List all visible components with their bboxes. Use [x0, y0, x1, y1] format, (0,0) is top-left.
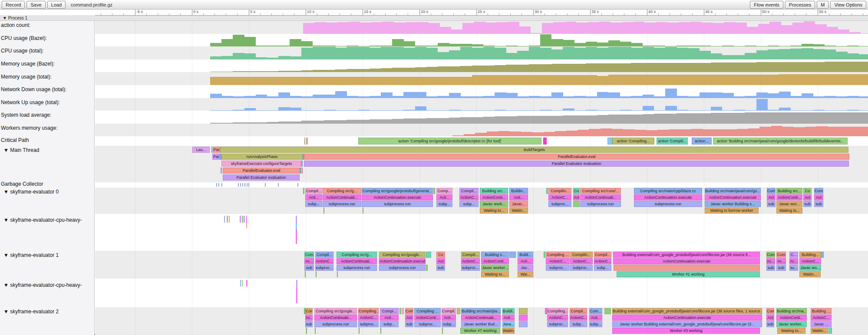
trace-slice[interactable]	[304, 138, 305, 145]
trace-slice[interactable]	[242, 183, 243, 187]
trace-slice[interactable]: Compil...	[459, 188, 479, 194]
trace-slice[interactable]	[433, 188, 435, 194]
trace-slice[interactable]: ActionContinuation.execute	[379, 258, 426, 264]
trace-slice[interactable]	[607, 138, 612, 145]
timeline-ruler[interactable]: -5 s0 s5 s10 s15 s20 s25 s30 s35 s40 s45…	[95, 10, 868, 16]
trace-slice[interactable]: subprocess.run	[634, 201, 702, 207]
trace-slice[interactable]: Building src/main/jav...	[461, 308, 501, 314]
trace-slice[interactable]: ActionConti...	[414, 315, 441, 321]
trace-slice[interactable]: ActionC...	[570, 315, 587, 321]
save-button[interactable]: Save	[26, 1, 45, 9]
trace-slice[interactable]	[216, 183, 217, 187]
track-label[interactable]: ▼ skyframe-evaluator-cpu-heavy-	[3, 282, 82, 288]
trace-slice[interactable]: Acti...	[509, 194, 528, 200]
trace-slice[interactable]: ParallelEvaluator.eval	[304, 154, 849, 160]
trace-slice[interactable]: Building src/ma...	[776, 308, 807, 314]
trace-slice[interactable]: Act	[814, 194, 823, 200]
trace-slice[interactable]: Acti...	[436, 194, 452, 200]
event-mark[interactable]	[296, 216, 297, 223]
trace-slice[interactable]: Act	[803, 194, 812, 200]
trace-slice[interactable]: Par	[213, 147, 220, 153]
trace-slice[interactable]: Compiling ...	[414, 308, 441, 314]
trace-slice[interactable]: Compiling src/core/...	[580, 188, 621, 194]
trace-slice[interactable]: Act	[573, 194, 580, 200]
trace-slice[interactable]: Javac ...	[811, 321, 832, 327]
trace-slice[interactable]: Com	[814, 188, 823, 194]
trace-slice[interactable]: ActionC...	[459, 194, 479, 200]
trace-slice[interactable]: Com	[766, 252, 775, 258]
trace-slice[interactable]: Compili...	[461, 252, 480, 258]
trace-slice[interactable]: ActionC...	[315, 258, 333, 264]
trace-slice[interactable]	[316, 271, 317, 277]
trace-slice[interactable]: skyframeExecutor.configureTargets	[221, 161, 301, 167]
trace-slice[interactable]	[399, 308, 401, 314]
trace-slice[interactable]	[337, 271, 338, 277]
trace-slice[interactable]: Compiling...	[358, 308, 379, 314]
trace-slice[interactable]	[426, 252, 431, 258]
trace-slice[interactable]	[315, 328, 316, 334]
trace-slice[interactable]: subp...	[594, 265, 611, 271]
trace-slice[interactable]: Waitin...	[799, 271, 821, 277]
trace-slice[interactable]	[380, 328, 381, 334]
event-mark[interactable]	[296, 280, 297, 289]
trace-slice[interactable]: Com	[766, 308, 774, 314]
trace-slice[interactable]: Waitin...	[509, 207, 528, 213]
trace-slice[interactable]	[221, 168, 222, 174]
trace-slice[interactable]	[297, 183, 298, 187]
event-mark[interactable]	[296, 229, 297, 244]
trace-slice[interactable]: subproc...	[315, 265, 333, 271]
event-mark[interactable]	[240, 280, 241, 286]
event-mark[interactable]	[296, 289, 297, 303]
trace-slice[interactable]: Compilin...	[570, 252, 593, 258]
trace-slice[interactable]: Building src/main/java/com/go...	[705, 188, 761, 194]
trace-slice[interactable]: subprocess.run	[379, 265, 426, 271]
trace-slice[interactable]	[278, 183, 279, 187]
trace-slice[interactable]: action 'Building src/main/java/com/googl…	[713, 138, 848, 145]
trace-slice[interactable]: ActionContinuation.execute	[705, 194, 761, 200]
trace-slice[interactable]: runAnalysisPhase	[221, 154, 303, 160]
trace-slice[interactable]: sub	[767, 201, 776, 207]
trace-slice[interactable]: Waitin...	[502, 328, 515, 334]
trace-slice[interactable]: Co	[436, 252, 445, 258]
process-header[interactable]: ▼ Process 1	[0, 15, 868, 21]
trace-slice[interactable]	[307, 138, 307, 145]
trace-slice[interactable]	[457, 308, 460, 314]
trace-slice[interactable]: Ac...	[789, 258, 798, 264]
trace-slice[interactable]: ActionC...	[461, 258, 480, 264]
trace-slice[interactable]: Worker #7 working	[460, 328, 500, 334]
trace-slice[interactable]	[218, 183, 219, 187]
trace-slice[interactable]	[323, 207, 324, 213]
trace-slice[interactable]: subp...	[459, 201, 479, 207]
trace-slice[interactable]: Buildi...	[502, 308, 515, 314]
trace-slice[interactable]: ActionConti...	[776, 194, 802, 200]
event-mark[interactable]	[246, 216, 247, 223]
trace-slice[interactable]: Waitin...	[811, 328, 828, 334]
trace-slice[interactable]: Javac worker Building s...	[705, 201, 761, 207]
trace-slice[interactable]: Worker #1 working	[617, 271, 760, 277]
trace-slice[interactable]: Ac...	[776, 258, 786, 264]
trace-slice[interactable]: Buildin...	[509, 188, 528, 194]
trace-slice[interactable]: subp...	[380, 321, 399, 327]
trace-slice[interactable]: ActionConti...	[776, 315, 807, 321]
trace-slice[interactable]: Compiling src/google...	[314, 308, 357, 314]
trace-slice[interactable]: subprocess.run	[362, 201, 433, 207]
load-button[interactable]: Load	[47, 1, 66, 9]
trace-slice[interactable]: ActionC...	[570, 258, 593, 264]
track-label[interactable]: ▼ Main Thread	[3, 147, 39, 153]
trace-slice[interactable]: ActionC...	[358, 315, 379, 321]
trace-slice[interactable]	[300, 168, 301, 174]
trace-slice[interactable]: Par	[212, 154, 220, 160]
trace-slice[interactable]: sub	[803, 201, 812, 207]
trace-slice[interactable]: sub	[776, 265, 786, 271]
trace-slice[interactable]: Com	[767, 188, 776, 194]
track-label[interactable]: ▼ skyframe-evaluator 2	[3, 309, 59, 315]
event-mark[interactable]	[246, 223, 247, 228]
trace-slice[interactable]: subp...	[570, 321, 587, 327]
trace-slice[interactable]: Compil...	[305, 188, 322, 194]
event-mark[interactable]	[229, 216, 230, 223]
trace-slice[interactable]	[614, 265, 760, 271]
track-label[interactable]: ▼ skyframe-evaluator 0	[3, 189, 59, 195]
trace-slice[interactable]: Acti...	[518, 258, 533, 264]
trace-slice[interactable]: subprocess.run	[314, 321, 357, 327]
trace-slice[interactable]: Parallel Evaluator evaluation	[304, 161, 849, 167]
